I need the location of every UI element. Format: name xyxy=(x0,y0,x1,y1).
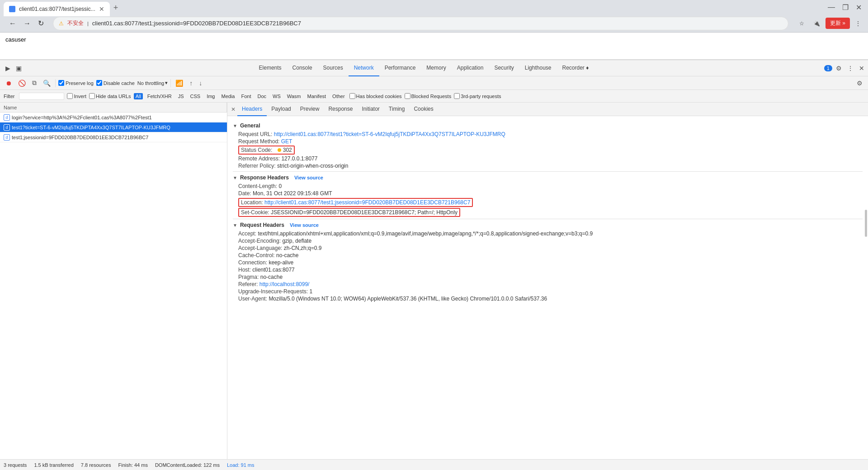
devtools-close-button[interactable]: ✕ xyxy=(857,63,866,74)
scrollbar-thumb[interactable] xyxy=(865,210,867,237)
close-button[interactable]: ✕ xyxy=(853,2,864,13)
third-party-label[interactable]: 3rd-party requests xyxy=(454,93,501,99)
filter-manifest[interactable]: Manifest xyxy=(306,93,328,99)
tab-console[interactable]: Console xyxy=(287,60,318,76)
date-label: Date: xyxy=(238,190,251,197)
tab-application[interactable]: Application xyxy=(452,60,489,76)
throttling-select[interactable]: No throttling ▾ xyxy=(137,80,168,86)
search-button[interactable]: 🔍 xyxy=(41,79,52,88)
request-headers-view-source[interactable]: View source xyxy=(290,222,319,228)
reload-button[interactable]: ↻ xyxy=(36,17,46,29)
filter-css[interactable]: CSS xyxy=(189,93,203,99)
filter-img[interactable]: Img xyxy=(205,93,217,99)
invert-checkbox[interactable] xyxy=(67,93,73,99)
filter-icon-button[interactable]: ⧉ xyxy=(30,78,38,88)
disable-cache-label[interactable]: Disable cache xyxy=(96,80,135,86)
filter-fetch-xhr[interactable]: Fetch/XHR xyxy=(146,93,174,99)
detail-tab-timing[interactable]: Timing xyxy=(384,103,410,116)
record-button[interactable]: ⏺ xyxy=(4,79,14,88)
settings-icon-button[interactable]: ⚙ xyxy=(855,79,864,88)
tab-performance[interactable]: Performance xyxy=(379,60,421,76)
extensions-button[interactable]: 🔌 xyxy=(810,19,824,28)
detail-tab-initiator[interactable]: Initiator xyxy=(357,103,384,116)
filter-all[interactable]: All xyxy=(134,93,143,99)
detail-close-button[interactable]: ✕ xyxy=(229,106,237,113)
device-toolbar-button[interactable]: ▣ xyxy=(14,63,24,74)
upgrade-insecure-value: 1 xyxy=(309,288,312,295)
status-code-row: Status Code: 302 xyxy=(238,145,863,155)
filter-wasm[interactable]: Wasm xyxy=(285,93,303,99)
connection-row: Connection: keep-alive xyxy=(238,259,863,266)
tab-memory[interactable]: Memory xyxy=(421,60,451,76)
detail-tab-headers[interactable]: Headers xyxy=(237,103,267,116)
tab-elements[interactable]: Elements xyxy=(254,60,287,76)
update-button[interactable]: 更新 » xyxy=(826,18,850,29)
invert-checkbox-label[interactable]: Invert xyxy=(67,93,86,99)
general-section-header[interactable]: ▼ General xyxy=(233,122,863,129)
back-button[interactable]: ← xyxy=(7,18,18,29)
devtools-more-button[interactable]: ⋮ xyxy=(845,63,855,74)
request-type-icon: d xyxy=(4,114,10,121)
disable-cache-checkbox[interactable] xyxy=(96,80,102,86)
blocked-requests-checkbox[interactable] xyxy=(405,93,410,99)
tab-close-button[interactable]: ✕ xyxy=(99,5,104,13)
filter-other[interactable]: Other xyxy=(330,93,347,99)
new-tab-button[interactable]: + xyxy=(110,0,122,16)
blocked-requests-label[interactable]: Blocked Requests xyxy=(405,93,452,99)
hide-data-urls-checkbox[interactable] xyxy=(89,93,95,99)
filter-input[interactable] xyxy=(19,93,64,100)
request-item-selected[interactable]: d test1?ticket=ST-6-vM2Iqfuj5TKDiPTA4Xx3… xyxy=(0,122,227,132)
filter-doc[interactable]: Doc xyxy=(255,93,268,99)
filter-font[interactable]: Font xyxy=(239,93,253,99)
detail-tab-response[interactable]: Response xyxy=(324,103,357,116)
url-text: client01.cas:8077/test1;jsessionid=9FDD0… xyxy=(92,20,783,27)
devtools-settings-button[interactable]: ⚙ xyxy=(834,63,844,74)
response-headers-view-source[interactable]: View source xyxy=(294,175,323,180)
menu-button[interactable]: ⋮ xyxy=(852,19,864,28)
response-headers-section[interactable]: ▼ Response Headers View source xyxy=(233,174,863,181)
filter-ws[interactable]: WS xyxy=(271,93,283,99)
detail-tab-payload[interactable]: Payload xyxy=(267,103,295,116)
tab-network[interactable]: Network xyxy=(349,60,379,76)
active-tab[interactable]: client01.cas:8077/test1jsessic... ✕ xyxy=(4,2,110,16)
filter-media[interactable]: Media xyxy=(219,93,236,99)
request-url-label: Request URL: xyxy=(238,131,272,137)
has-blocked-cookies-checkbox[interactable] xyxy=(349,93,355,99)
request-item[interactable]: d login?service=http%3A%2F%2Fclient01.ca… xyxy=(0,113,227,122)
tab-recorder[interactable]: Recorder ♦ xyxy=(557,60,594,76)
request-item-3[interactable]: d test1;jsessionid=9FDD020BB7DED08D1EE3D… xyxy=(0,132,227,142)
import-button[interactable]: ↑ xyxy=(188,79,194,88)
preserve-log-checkbox[interactable] xyxy=(58,80,64,86)
section-separator-1 xyxy=(233,171,863,172)
has-blocked-cookies-label[interactable]: Has blocked cookies xyxy=(349,93,402,99)
preserve-log-label[interactable]: Preserve log xyxy=(58,80,94,86)
inspect-element-button[interactable]: ▶ xyxy=(4,63,12,74)
network-toolbar: ⏺ 🚫 ⧉ 🔍 Preserve log Disable cache No th… xyxy=(0,76,868,90)
request-headers-section[interactable]: ▼ Request Headers View source xyxy=(233,222,863,228)
detail-tabs: ✕ Headers Payload Preview Response Initi… xyxy=(227,103,868,116)
wifi-icon-button[interactable]: 📶 xyxy=(174,79,185,88)
detail-tab-cookies[interactable]: Cookies xyxy=(409,103,438,116)
tab-favicon xyxy=(9,6,15,12)
tab-lighthouse[interactable]: Lighthouse xyxy=(519,60,557,76)
minimize-button[interactable]: — xyxy=(825,2,838,13)
accept-row: Accept: text/html,application/xhtml+xml,… xyxy=(238,230,863,237)
bookmark-button[interactable]: ☆ xyxy=(796,19,808,28)
tab-title: client01.cas:8077/test1jsessic... xyxy=(19,6,95,12)
request-headers-arrow: ▼ xyxy=(233,223,237,228)
transferred-size: 1.5 kB transferred xyxy=(34,462,73,468)
third-party-checkbox[interactable] xyxy=(454,93,460,99)
tab-security[interactable]: Security xyxy=(489,60,519,76)
clear-button[interactable]: 🚫 xyxy=(16,79,28,88)
security-icon: ⚠ xyxy=(59,20,64,27)
filter-js[interactable]: JS xyxy=(176,93,186,99)
export-button[interactable]: ↓ xyxy=(197,79,204,88)
host-row: Host: client01.cas:8077 xyxy=(238,266,863,273)
hide-data-urls-label[interactable]: Hide data URLs xyxy=(89,93,131,99)
tab-sources[interactable]: Sources xyxy=(318,60,349,76)
forward-button[interactable]: → xyxy=(22,18,33,29)
devtools-panel: ▶ ▣ Elements Console Sources Network Per… xyxy=(0,60,868,470)
address-bar[interactable]: ⚠ 不安全 | client01.cas:8077/test1;jsession… xyxy=(53,17,788,30)
restore-button[interactable]: ❐ xyxy=(840,2,851,13)
detail-tab-preview[interactable]: Preview xyxy=(296,103,324,116)
